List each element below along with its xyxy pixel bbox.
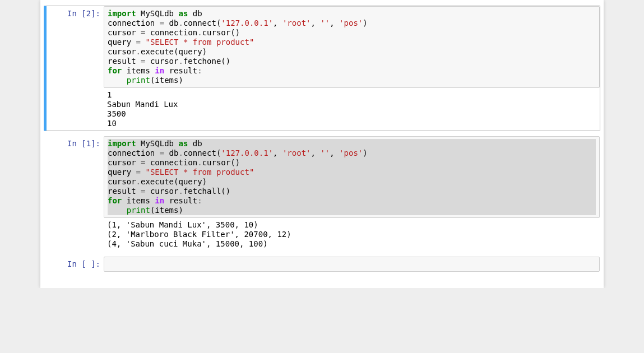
output-prompt (47, 88, 104, 131)
cell-wrap: In [ ]: (44, 256, 600, 272)
notebook-cell[interactable]: In [2]:import MySQLdb as dbconnection = … (44, 6, 600, 131)
cell-wrap: In [2]:import MySQLdb as dbconnection = … (44, 6, 600, 131)
output-text: 1 Sabun Mandi Lux 3500 10 (104, 88, 600, 131)
cell-wrap: In [1]:import MySQLdb as dbconnection = … (44, 136, 600, 252)
input-prompt: In [1]: (44, 136, 104, 218)
input-row: In [2]:import MySQLdb as dbconnection = … (47, 6, 600, 88)
input-row: In [ ]: (44, 257, 600, 272)
output-row: (1, 'Sabun Mandi Lux', 3500, 10) (2, 'Ma… (44, 218, 600, 251)
input-prompt: In [ ]: (44, 257, 104, 272)
code-input[interactable]: import MySQLdb as dbconnection = db.conn… (104, 136, 600, 218)
output-text: (1, 'Sabun Mandi Lux', 3500, 10) (2, 'Ma… (104, 218, 600, 251)
notebook-container: In [2]:import MySQLdb as dbconnection = … (40, 0, 604, 288)
input-row: In [1]:import MySQLdb as dbconnection = … (44, 136, 600, 218)
code-input[interactable] (104, 257, 600, 272)
output-prompt (44, 218, 104, 251)
notebook-cell[interactable]: In [1]:import MySQLdb as dbconnection = … (44, 136, 600, 252)
output-row: 1 Sabun Mandi Lux 3500 10 (47, 88, 600, 131)
notebook-cell[interactable]: In [ ]: (44, 256, 600, 272)
code-input[interactable]: import MySQLdb as dbconnection = db.conn… (104, 6, 600, 88)
input-prompt: In [2]: (47, 6, 104, 88)
